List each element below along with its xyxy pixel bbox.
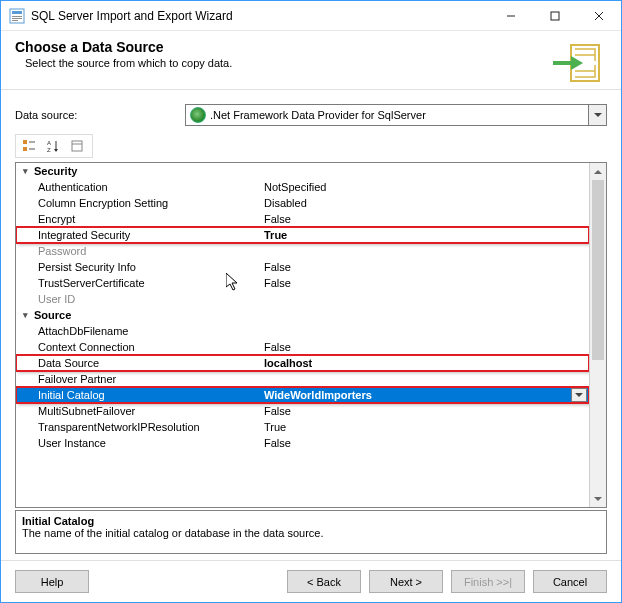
- svg-rect-2: [12, 16, 22, 17]
- property-name: Column Encryption Setting: [16, 197, 260, 209]
- svg-rect-1: [12, 11, 22, 14]
- svg-text:A: A: [47, 140, 51, 146]
- property-value[interactable]: False: [260, 261, 589, 273]
- property-row[interactable]: Integrated SecurityTrue: [16, 227, 589, 243]
- property-row[interactable]: Initial CatalogWideWorldImporters: [16, 387, 589, 403]
- property-value[interactable]: False: [260, 341, 589, 353]
- minimize-button[interactable]: [489, 1, 533, 30]
- property-row[interactable]: TrustServerCertificateFalse: [16, 275, 589, 291]
- help-button[interactable]: Help: [15, 570, 89, 593]
- property-row[interactable]: Failover Partner: [16, 371, 589, 387]
- footer: Help < Back Next > Finish >>| Cancel: [1, 560, 621, 602]
- property-name: MultiSubnetFailover: [16, 405, 260, 417]
- property-value[interactable]: True: [260, 421, 589, 433]
- expand-icon: ▾: [16, 310, 34, 320]
- property-name: AttachDbFilename: [16, 325, 260, 337]
- wizard-window: SQL Server Import and Export Wizard Choo…: [0, 0, 622, 603]
- window-title: SQL Server Import and Export Wizard: [31, 9, 489, 23]
- property-name: Password: [16, 245, 260, 257]
- chevron-down-icon[interactable]: [571, 388, 587, 402]
- property-row[interactable]: MultiSubnetFailoverFalse: [16, 403, 589, 419]
- property-name: Initial Catalog: [16, 389, 260, 401]
- property-name: User ID: [16, 293, 260, 305]
- close-button[interactable]: [577, 1, 621, 30]
- property-value[interactable]: False: [260, 277, 589, 289]
- property-row[interactable]: User InstanceFalse: [16, 435, 589, 451]
- property-value[interactable]: False: [260, 213, 589, 225]
- property-grid[interactable]: ▾SecurityAuthenticationNotSpecifiedColum…: [15, 162, 607, 508]
- property-name: Context Connection: [16, 341, 260, 353]
- app-icon: [9, 8, 25, 24]
- property-row[interactable]: Context ConnectionFalse: [16, 339, 589, 355]
- category-name: Source: [34, 309, 278, 321]
- property-name: Failover Partner: [16, 373, 260, 385]
- property-name: TransparentNetworkIPResolution: [16, 421, 260, 433]
- property-pages-button[interactable]: [66, 136, 88, 156]
- alphabetical-button[interactable]: AZ: [42, 136, 64, 156]
- page-title: Choose a Data Source: [15, 39, 553, 55]
- property-row[interactable]: EncryptFalse: [16, 211, 589, 227]
- page-header: Choose a Data Source Select the source f…: [1, 31, 621, 90]
- svg-rect-16: [72, 141, 82, 151]
- titlebar: SQL Server Import and Export Wizard: [1, 1, 621, 31]
- description-panel: Initial Catalog The name of the initial …: [15, 510, 607, 554]
- description-title: Initial Catalog: [22, 515, 600, 527]
- property-name: Encrypt: [16, 213, 260, 225]
- property-value[interactable]: NotSpecified: [260, 181, 589, 193]
- property-value[interactable]: False: [260, 437, 589, 449]
- property-row[interactable]: Persist Security InfoFalse: [16, 259, 589, 275]
- data-source-combo[interactable]: .Net Framework Data Provider for SqlServ…: [185, 104, 607, 126]
- svg-rect-3: [12, 18, 22, 19]
- property-row[interactable]: AttachDbFilename: [16, 323, 589, 339]
- data-source-value: .Net Framework Data Provider for SqlServ…: [210, 109, 426, 121]
- property-value[interactable]: WideWorldImporters: [260, 388, 589, 402]
- property-value[interactable]: True: [260, 229, 589, 241]
- cancel-button[interactable]: Cancel: [533, 570, 607, 593]
- property-value[interactable]: localhost: [260, 357, 589, 369]
- property-value[interactable]: False: [260, 405, 589, 417]
- property-value[interactable]: Disabled: [260, 197, 589, 209]
- provider-icon: [190, 107, 206, 123]
- property-grid-toolbar: AZ: [15, 134, 93, 158]
- svg-rect-9: [23, 140, 27, 144]
- data-source-label: Data source:: [15, 109, 185, 121]
- property-name: Integrated Security: [16, 229, 260, 241]
- property-name: TrustServerCertificate: [16, 277, 260, 289]
- categorized-button[interactable]: [18, 136, 40, 156]
- svg-rect-6: [551, 12, 559, 20]
- property-name: Data Source: [16, 357, 260, 369]
- body: Data source: .Net Framework Data Provide…: [1, 90, 621, 560]
- category-row[interactable]: ▾Source: [16, 307, 589, 323]
- wizard-glyph-icon: [553, 43, 603, 83]
- category-row[interactable]: ▾Security: [16, 163, 589, 179]
- property-row[interactable]: Data Sourcelocalhost: [16, 355, 589, 371]
- maximize-button[interactable]: [533, 1, 577, 30]
- scroll-down-icon[interactable]: [590, 490, 606, 507]
- finish-button[interactable]: Finish >>|: [451, 570, 525, 593]
- back-button[interactable]: < Back: [287, 570, 361, 593]
- svg-rect-4: [12, 20, 18, 21]
- next-button[interactable]: Next >: [369, 570, 443, 593]
- data-source-row: Data source: .Net Framework Data Provide…: [15, 104, 607, 126]
- svg-text:Z: Z: [47, 147, 51, 153]
- property-row[interactable]: AuthenticationNotSpecified: [16, 179, 589, 195]
- expand-icon: ▾: [16, 166, 34, 176]
- category-name: Security: [34, 165, 278, 177]
- property-name: Persist Security Info: [16, 261, 260, 273]
- property-row[interactable]: Password: [16, 243, 589, 259]
- scrollbar[interactable]: [589, 163, 606, 507]
- scroll-thumb[interactable]: [592, 180, 604, 360]
- chevron-down-icon: [588, 105, 606, 125]
- property-name: User Instance: [16, 437, 260, 449]
- description-text: The name of the initial catalog or datab…: [22, 527, 600, 539]
- property-row[interactable]: User ID: [16, 291, 589, 307]
- property-name: Authentication: [16, 181, 260, 193]
- page-subtitle: Select the source from which to copy dat…: [25, 57, 553, 69]
- property-row[interactable]: Column Encryption SettingDisabled: [16, 195, 589, 211]
- property-row[interactable]: TransparentNetworkIPResolutionTrue: [16, 419, 589, 435]
- scroll-up-icon[interactable]: [590, 163, 606, 180]
- svg-rect-10: [23, 147, 27, 151]
